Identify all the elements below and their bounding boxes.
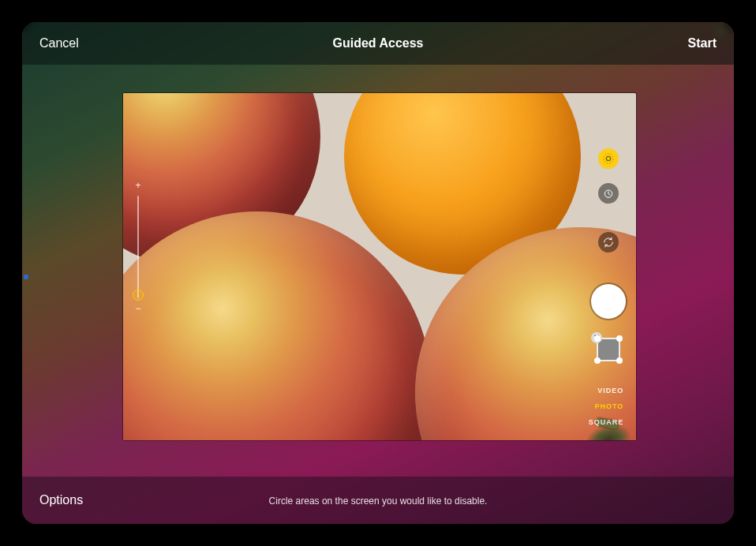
start-button[interactable]: Start <box>688 36 717 50</box>
selection-handle[interactable] <box>594 335 601 342</box>
svg-point-1 <box>604 154 613 163</box>
cancel-button[interactable]: Cancel <box>39 36 79 50</box>
app-preview[interactable]: + − <box>123 93 636 440</box>
zoom-knob[interactable] <box>133 290 144 301</box>
hint-text: Circle areas on the screen you would lik… <box>269 496 488 507</box>
zoom-in-icon[interactable]: + <box>135 180 140 191</box>
shutter-button[interactable] <box>591 284 626 319</box>
selection-handle[interactable] <box>616 335 623 342</box>
camera-mode-list: VIDEO PHOTO SQUARE <box>589 387 629 426</box>
mode-video[interactable]: VIDEO <box>597 387 623 395</box>
options-button[interactable]: Options <box>39 493 83 507</box>
page-title: Guided Access <box>332 36 423 50</box>
mode-photo[interactable]: PHOTO <box>594 402 623 410</box>
zoom-track[interactable] <box>137 196 139 298</box>
camera-controls: ✕ VIDEO PHOTO SQUARE <box>581 93 636 440</box>
screen: Cancel Guided Access Start + − <box>22 22 734 524</box>
live-photo-button[interactable] <box>598 148 619 169</box>
selection-handle[interactable] <box>594 357 601 364</box>
zoom-out-icon[interactable]: − <box>135 303 140 314</box>
svg-point-0 <box>606 156 610 160</box>
last-photo-thumbnail[interactable]: ✕ <box>597 338 620 361</box>
side-indicator <box>24 275 28 279</box>
timer-button[interactable] <box>598 183 619 204</box>
flip-camera-icon <box>602 236 615 249</box>
flip-camera-button[interactable] <box>598 232 619 252</box>
guided-access-topbar: Cancel Guided Access Start <box>22 22 734 65</box>
camera-viewfinder <box>123 93 636 440</box>
timer-icon <box>602 187 615 200</box>
ipad-frame: Cancel Guided Access Start + − <box>0 0 756 546</box>
selection-handle[interactable] <box>616 357 623 364</box>
guided-access-bottombar: Options Circle areas on the screen you w… <box>22 477 734 524</box>
mode-square[interactable]: SQUARE <box>589 418 624 426</box>
zoom-slider[interactable]: + − <box>131 180 145 314</box>
live-photo-icon <box>602 152 615 165</box>
